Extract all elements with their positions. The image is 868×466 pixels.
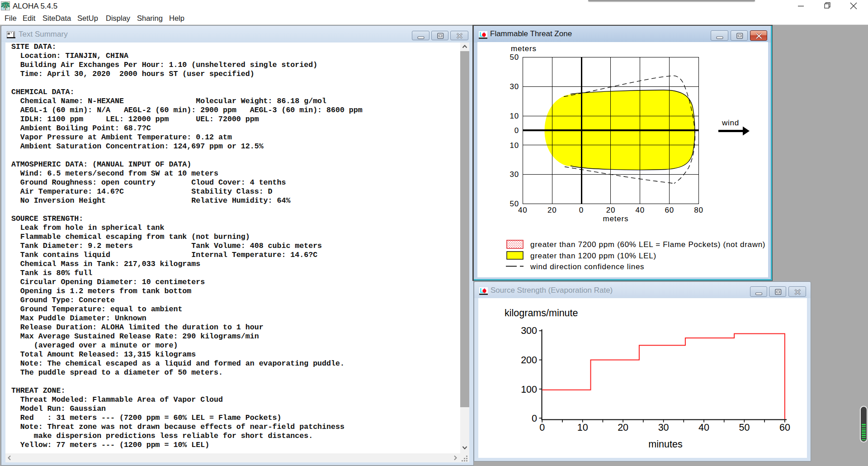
svg-text:50: 50	[509, 53, 519, 62]
svg-text:100: 100	[521, 384, 537, 395]
svg-text:60: 60	[779, 422, 790, 433]
svg-text:60: 60	[665, 206, 674, 214]
svg-text:50: 50	[739, 422, 750, 433]
svg-text:30: 30	[509, 170, 519, 179]
svg-text:0: 0	[579, 206, 584, 214]
svg-text:40: 40	[698, 422, 709, 433]
svg-text:30: 30	[658, 422, 669, 433]
svg-text:10: 10	[509, 112, 519, 120]
svg-text:greater than 7200 ppm (60% LEL: greater than 7200 ppm (60% LEL = Flame P…	[530, 240, 765, 249]
svg-text:0: 0	[514, 126, 519, 135]
svg-text:40: 40	[518, 206, 528, 214]
svg-text:80: 80	[694, 206, 703, 214]
svg-text:minutes: minutes	[648, 439, 682, 450]
svg-text:20: 20	[618, 422, 628, 433]
svg-text:20: 20	[547, 206, 557, 214]
svg-text:wind: wind	[722, 119, 739, 127]
svg-text:0: 0	[532, 413, 537, 424]
svg-text:0: 0	[539, 422, 545, 433]
svg-text:wind direction confidence line: wind direction confidence lines	[530, 262, 644, 271]
svg-text:200: 200	[521, 355, 537, 366]
svg-text:10: 10	[577, 422, 588, 433]
svg-text:20: 20	[606, 206, 616, 214]
svg-text:10: 10	[509, 141, 519, 150]
svg-text:50: 50	[509, 200, 519, 208]
svg-text:40: 40	[636, 206, 645, 214]
svg-text:kilograms/minute: kilograms/minute	[505, 308, 578, 319]
svg-text:30: 30	[509, 82, 519, 91]
svg-text:meters: meters	[603, 214, 629, 223]
svg-text:300: 300	[521, 325, 537, 336]
svg-text:greater than 1200 ppm (10% LEL: greater than 1200 ppm (10% LEL)	[530, 252, 656, 260]
svg-text:meters: meters	[511, 44, 537, 53]
